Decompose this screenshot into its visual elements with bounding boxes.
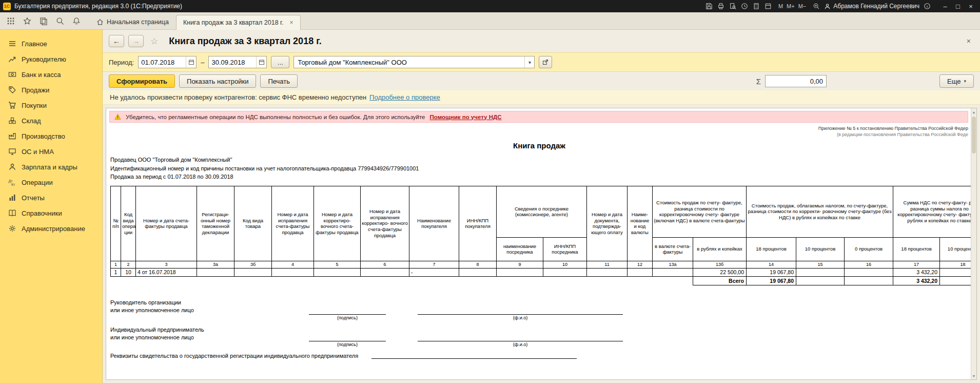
menu-icon	[8, 40, 16, 48]
report-toolbar: Сформировать Показать настройки Печать Σ…	[103, 72, 980, 90]
sidebar-item-main[interactable]: Главное	[0, 36, 102, 51]
calendar-picker-icon[interactable]	[256, 56, 266, 68]
chevron-down-icon: ▾	[964, 79, 966, 84]
inn-line: Идентификационный номер и код причины по…	[110, 164, 968, 173]
sidebar-item-bank-cash[interactable]: Банк и касса	[0, 67, 102, 82]
gear-icon	[8, 224, 16, 233]
open-organization-button[interactable]	[539, 56, 552, 68]
save-icon[interactable]	[705, 3, 713, 10]
sidebar-item-payroll-hr[interactable]: Зарплата и кадры	[0, 159, 102, 175]
cart-icon	[8, 101, 16, 109]
recent-icon[interactable]	[37, 14, 50, 28]
col-header: Номер и дата документа, подтвержда- ющег…	[587, 186, 628, 261]
apps-grid-icon[interactable]	[4, 14, 17, 28]
memory-m-plus-button[interactable]: M+	[787, 3, 795, 9]
date-to-field[interactable]	[208, 56, 267, 68]
sidebar-item-sales[interactable]: Продажи	[0, 82, 102, 98]
application-window: 1С Бухгалтерия предприятия, редакция 3.0…	[0, 0, 980, 383]
calendar-picker-icon[interactable]	[186, 56, 196, 68]
date-from-field[interactable]	[138, 56, 197, 68]
organization-combo[interactable]: Торговый дом "Комплексный" ООО ▾	[293, 56, 535, 68]
col-header: № п/п	[111, 186, 121, 261]
warning-icon	[114, 113, 121, 120]
search-icon[interactable]	[53, 14, 67, 28]
tab-sales-book[interactable]: Книга продаж за 3 квартал 2018 г. ×	[176, 15, 301, 30]
factory-icon	[8, 132, 16, 140]
sidebar-item-operations[interactable]: ДтКт Операции	[0, 175, 102, 190]
calendar-icon[interactable]	[765, 3, 772, 10]
tab-close-icon[interactable]: ×	[290, 19, 293, 26]
sidebar-item-manager[interactable]: Руководителю	[0, 51, 102, 67]
col-subheader: 0 процентов	[845, 237, 893, 261]
scroll-up-icon[interactable]: ▲	[972, 108, 976, 116]
generate-button[interactable]: Сформировать	[109, 74, 175, 88]
col-subheader: 10 процентов	[796, 237, 845, 261]
sidebar-item-production[interactable]: Производство	[0, 128, 102, 144]
memory-m-button[interactable]: M	[778, 3, 783, 9]
scrollbar-thumb[interactable]	[972, 117, 976, 154]
zoom-icon[interactable]	[813, 3, 820, 10]
debit-credit-icon: ДтКт	[8, 178, 16, 186]
period-dash: –	[201, 59, 204, 66]
notice-text: Не удалось произвести проверку контраген…	[110, 93, 366, 101]
sidebar-item-purchases[interactable]: Покупки	[0, 98, 102, 113]
col-group-header: Стоимость продаж по счету- фактуре, разн…	[653, 186, 747, 237]
sidebar-item-reports[interactable]: Отчеты	[0, 190, 102, 205]
user-menu[interactable]: Абрамов Геннадий Сергеевич	[824, 3, 919, 10]
notifications-bell-icon[interactable]	[70, 14, 83, 28]
window-close-button[interactable]: ×	[965, 2, 977, 11]
sidebar-item-warehouse[interactable]: Склад	[0, 113, 102, 128]
sales-book-table: № п/п Код вида опера- ции Номер и дата с…	[110, 186, 976, 285]
history-icon[interactable]	[741, 3, 748, 10]
report-title: Книга продаж	[110, 141, 968, 150]
sidebar-item-catalogs[interactable]: Справочники	[0, 205, 102, 221]
scroll-down-icon[interactable]: ▼	[972, 372, 976, 379]
notice-details-link[interactable]: Подробнее о проверке	[369, 93, 440, 101]
sidebar-item-fixed-assets[interactable]: ОС и НМА	[0, 144, 102, 159]
total-row: Всего 19 067,80 3 432,20	[111, 276, 977, 285]
vat-assistant-link[interactable]: Помощник по учету НДС	[430, 114, 502, 120]
col-subheader: 18 процентов	[747, 237, 796, 261]
date-to-input[interactable]	[209, 59, 256, 66]
date-from-input[interactable]	[139, 59, 186, 66]
show-settings-button[interactable]: Показать настройки	[179, 74, 256, 88]
period-options-button[interactable]: ...	[271, 56, 289, 68]
user-icon	[824, 3, 831, 10]
filter-bar: Период: – ... Торговый дом "Комплексный"…	[103, 52, 980, 72]
col-subheader: 18 процентов	[893, 237, 940, 261]
requisites-label: Реквизиты свидетельства о государственно…	[110, 353, 358, 359]
favorites-star-icon[interactable]	[21, 14, 34, 28]
preview-icon[interactable]	[729, 3, 736, 10]
svg-text:Кт: Кт	[11, 183, 15, 186]
seller-line: Продавец ООО "Торговый дом "Комплексный"	[110, 156, 968, 164]
calculator-icon[interactable]	[753, 3, 760, 10]
book-icon	[8, 209, 16, 217]
table-row: 110 4 от 16.07.2018 - 22 500,00 19 067,8…	[111, 268, 977, 276]
titlebar: 1С Бухгалтерия предприятия, редакция 3.0…	[0, 0, 980, 12]
appendix-note: Приложение № 5 к постановлению Правитель…	[110, 126, 968, 138]
sum-field[interactable]	[765, 75, 827, 87]
more-button[interactable]: Еще ▾	[939, 74, 974, 88]
print-button[interactable]: Печать	[260, 74, 298, 88]
print-icon[interactable]	[717, 3, 724, 10]
vertical-scrollbar[interactable]: ▲ ▼	[971, 108, 976, 379]
sidebar-item-administration[interactable]: Администрирование	[0, 221, 102, 236]
form-close-button[interactable]: ×	[964, 36, 974, 46]
col-header: Код вида опера- ции	[121, 186, 136, 261]
minimize-button[interactable]: –	[939, 2, 951, 11]
memory-m-minus-button[interactable]: M−	[798, 3, 807, 9]
forward-button[interactable]: →	[128, 35, 144, 47]
maximize-button[interactable]: □	[952, 2, 964, 11]
banknote-icon	[8, 70, 16, 79]
back-button[interactable]: ←	[109, 35, 124, 47]
monitor-icon	[8, 147, 16, 156]
info-icon[interactable]	[924, 3, 931, 10]
col-group-header: Сумма НДС по счету-факту- ре, разница су…	[893, 186, 976, 237]
tab-home[interactable]: Начальная страница	[89, 14, 176, 29]
favorite-star-icon[interactable]: ☆	[150, 36, 158, 47]
head-signature-label: Руководитель организации	[110, 299, 281, 307]
boxes-icon	[8, 117, 16, 125]
tab-sales-book-label: Книга продаж за 3 квартал 2018 г.	[183, 19, 284, 26]
col-header: Номер и дата исправления корректиро- воч…	[361, 186, 409, 261]
chevron-down-icon[interactable]: ▾	[524, 56, 534, 68]
